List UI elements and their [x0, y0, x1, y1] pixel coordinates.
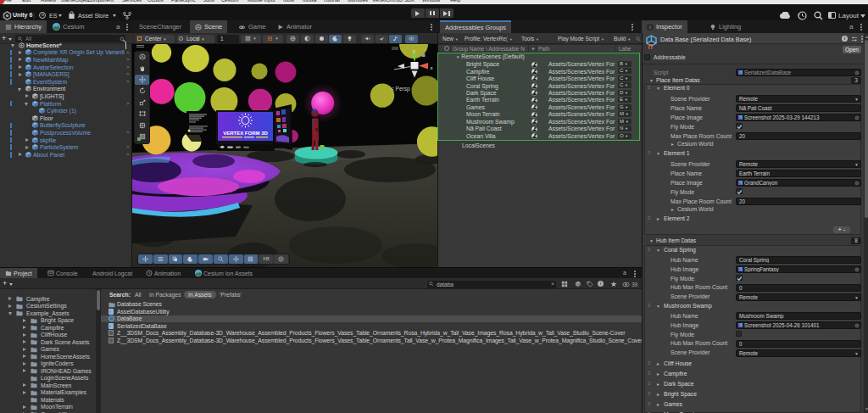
svg-text:x: x — [431, 65, 433, 70]
svg-text:< Persp: < Persp — [391, 86, 410, 92]
svg-text:y: y — [413, 48, 415, 53]
svg-text:VERTEX FORM 3D: VERTEX FORM 3D — [223, 131, 268, 136]
